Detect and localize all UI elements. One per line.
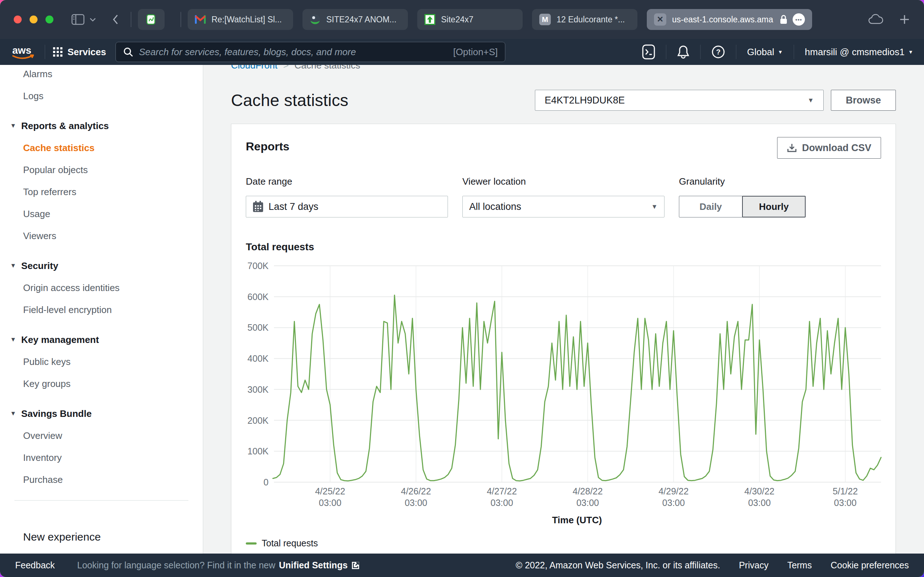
search-icon xyxy=(123,47,133,57)
total-requests-line xyxy=(273,295,881,481)
zoom-window-button[interactable] xyxy=(45,16,53,23)
sidebar-section-savings-bundle[interactable]: ▼Savings Bundle xyxy=(0,408,203,420)
tab-aws-console-active[interactable]: ✕ us-east-1.console.aws.ama ••• xyxy=(647,9,812,30)
breadcrumb-cloudfront-link[interactable]: CloudFront xyxy=(231,65,278,71)
granularity-daily-button[interactable]: Daily xyxy=(679,196,743,218)
privacy-link[interactable]: Privacy xyxy=(739,560,769,571)
sidebar-item-usage[interactable]: Usage xyxy=(0,208,203,220)
y-tick-label: 0 xyxy=(263,477,268,487)
sidebar-item-top-referrers[interactable]: Top referrers xyxy=(0,186,203,198)
sidebar-item-overview[interactable]: Overview xyxy=(0,429,203,442)
download-csv-button[interactable]: Download CSV xyxy=(777,137,881,159)
section-label: Savings Bundle xyxy=(21,408,92,420)
x-tick-label: 4/30/2203:00 xyxy=(744,486,774,508)
minimize-window-button[interactable] xyxy=(30,16,37,23)
sidebar-item-popular-objects[interactable]: Popular objects xyxy=(0,164,203,176)
unified-settings-link[interactable]: Unified Settings xyxy=(279,560,347,571)
browse-button[interactable]: Browse xyxy=(831,90,896,111)
search-placeholder: Search for services, features, blogs, do… xyxy=(139,47,453,58)
chevron-down-icon: ▼ xyxy=(908,49,913,55)
close-tab-icon[interactable]: ✕ xyxy=(654,13,666,26)
sidebar-item-alarms[interactable]: Alarms xyxy=(0,68,203,80)
sidebar-section-key-management[interactable]: ▼Key management xyxy=(0,334,203,346)
viewer-location-select[interactable]: All locations ▼ xyxy=(462,196,664,218)
cloudshell-button[interactable] xyxy=(633,44,664,60)
sidebar-item-purchase[interactable]: Purchase xyxy=(0,474,203,486)
viewer-location-value: All locations xyxy=(469,201,521,213)
sidebar-item-origin-access-identities[interactable]: Origin access identities xyxy=(0,282,203,294)
green-up-arrow-icon xyxy=(425,14,435,25)
reports-panel: Reports Download CSV Date range xyxy=(231,124,896,554)
back-button[interactable] xyxy=(113,15,118,24)
new-tab-button[interactable] xyxy=(900,15,909,24)
x-axis-title: Time (UTC) xyxy=(273,515,881,526)
region-label: Global xyxy=(747,47,774,58)
sidebar-section-reports-analytics[interactable]: ▼Reports & analytics xyxy=(0,120,203,132)
svg-text:aws: aws xyxy=(12,45,31,56)
granularity-hourly-button[interactable]: Hourly xyxy=(742,196,806,218)
sidebar-item-key-groups[interactable]: Key groups xyxy=(0,377,203,390)
console-search-input[interactable]: Search for services, features, blogs, do… xyxy=(115,42,505,62)
language-notice: Looking for language selection? Find it … xyxy=(77,560,275,571)
copyright-text: © 2022, Amazon Web Services, Inc. or its… xyxy=(516,560,720,571)
services-label: Services xyxy=(68,47,106,58)
x-tick-label: 4/27/2203:00 xyxy=(487,486,517,508)
download-icon xyxy=(787,143,797,153)
pinned-tab[interactable] xyxy=(138,9,165,30)
y-tick-label: 700K xyxy=(247,261,269,271)
close-window-button[interactable] xyxy=(14,16,22,23)
notifications-bell-icon[interactable] xyxy=(668,45,699,59)
sidebar-item-cache-statistics[interactable]: Cache statistics xyxy=(0,142,203,154)
account-menu[interactable]: hmarsili @ cmsmedios1 ▼ xyxy=(795,47,914,58)
cookie-preferences-link[interactable]: Cookie preferences xyxy=(830,560,909,571)
terms-link[interactable]: Terms xyxy=(787,560,812,571)
distribution-select[interactable]: E4KT2LH9DUK8E ▼ xyxy=(535,90,824,111)
section-label: Reports & analytics xyxy=(21,120,109,132)
tab-site24x7[interactable]: Site24x7 xyxy=(417,9,523,30)
viewer-location-label: Viewer location xyxy=(462,176,664,187)
sidebar-section-security[interactable]: ▼Security xyxy=(0,259,203,272)
site24x7-sphere-icon xyxy=(310,14,320,25)
sidebar-item-viewers[interactable]: Viewers xyxy=(0,230,203,242)
gmail-icon xyxy=(195,15,206,24)
tab-label: Site24x7 xyxy=(441,15,473,24)
region-selector[interactable]: Global ▼ xyxy=(738,47,792,58)
cloudfront-sidebar: AlarmsLogs▼Reports & analyticsCache stat… xyxy=(0,65,203,554)
new-experience-label[interactable]: New experience xyxy=(0,531,203,543)
x-tick-label: 5/1/2203:00 xyxy=(833,486,858,508)
legend-line-swatch xyxy=(246,542,257,545)
date-range-input[interactable]: Last 7 days xyxy=(246,196,448,218)
reports-heading: Reports xyxy=(246,140,289,153)
section-collapse-icon: ▼ xyxy=(10,334,16,346)
sidebar-item-inventory[interactable]: Inventory xyxy=(0,451,203,464)
tab-label: Re:[WatchList] Sl... xyxy=(212,15,282,24)
services-menu-button[interactable]: Services xyxy=(53,47,106,58)
browser-window: Re:[WatchList] Sl... SITE24x7 ANOM... Si… xyxy=(0,0,924,577)
tab-edulcorante[interactable]: M 12 Edulcorante *... xyxy=(532,9,637,30)
tab-site24x7-anomaly[interactable]: SITE24x7 ANOM... xyxy=(302,9,408,30)
search-shortcut-hint: [Option+S] xyxy=(453,47,498,58)
feedback-button[interactable]: Feedback xyxy=(15,560,55,571)
external-link-icon[interactable] xyxy=(351,561,360,570)
help-icon[interactable]: ? xyxy=(702,45,735,59)
aws-logo[interactable]: aws xyxy=(10,44,37,60)
console-footer: Feedback Looking for language selection?… xyxy=(0,554,924,577)
lock-icon xyxy=(780,15,788,24)
y-tick-label: 100K xyxy=(247,446,269,456)
tab-more-icon[interactable]: ••• xyxy=(793,13,805,26)
icloud-tabs-icon[interactable] xyxy=(868,14,884,25)
main-content: CloudFront > Cache statistics Cache stat… xyxy=(203,65,924,554)
granularity-toggle: Daily Hourly xyxy=(679,196,806,218)
x-tick-label: 4/29/2203:00 xyxy=(658,486,688,508)
tab-overview-chevron-icon[interactable] xyxy=(89,17,96,22)
y-tick-label: 200K xyxy=(247,416,269,425)
sidebar-item-logs[interactable]: Logs xyxy=(0,90,203,102)
y-tick-label: 400K xyxy=(247,353,269,364)
x-tick-label: 4/26/2203:00 xyxy=(401,486,431,508)
granularity-label: Granularity xyxy=(679,176,806,187)
tab-gmail[interactable]: Re:[WatchList] Sl... xyxy=(188,9,293,30)
sidebar-item-field-level-encryption[interactable]: Field-level encryption xyxy=(0,304,203,316)
account-label: hmarsili @ cmsmedios1 xyxy=(805,47,905,58)
sidebar-toggle-icon[interactable] xyxy=(71,14,84,25)
sidebar-item-public-keys[interactable]: Public keys xyxy=(0,356,203,368)
